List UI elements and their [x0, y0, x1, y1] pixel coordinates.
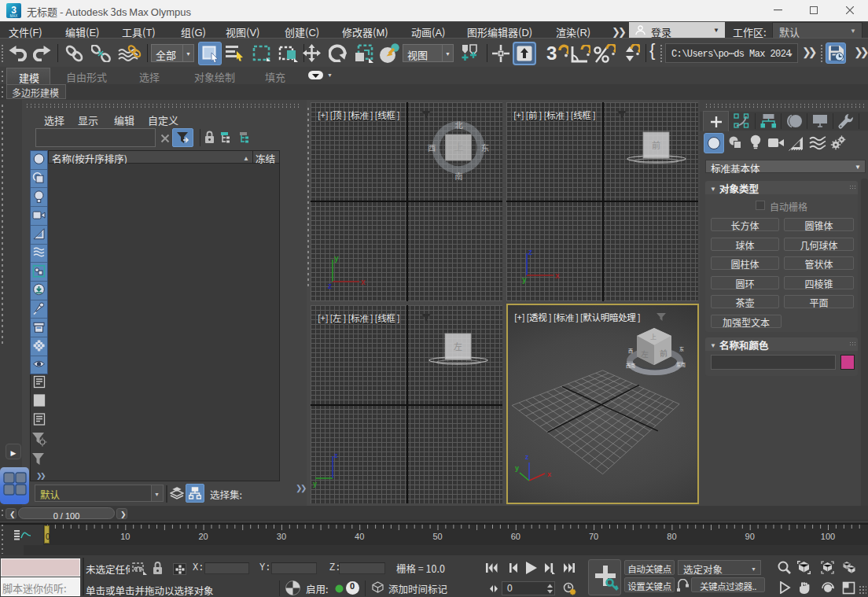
- svg-text:西南: 西南: [626, 362, 635, 369]
- svg-text:左: 左: [641, 348, 649, 360]
- svg-text:东: 东: [679, 345, 684, 352]
- svg-text:左: 左: [454, 340, 462, 352]
- svg-text:10: 10: [120, 532, 130, 541]
- svg-text:40: 40: [355, 532, 364, 541]
- svg-text:北: 北: [454, 119, 463, 131]
- svg-text:MAX: MAX: [10, 14, 18, 18]
- svg-text:50: 50: [432, 532, 442, 541]
- svg-text:x: x: [547, 469, 551, 479]
- svg-text:z: z: [328, 279, 332, 291]
- svg-text:z: z: [525, 451, 529, 462]
- svg-text:上: 上: [650, 332, 657, 341]
- svg-text:上: 上: [454, 140, 463, 153]
- svg-text:前: 前: [652, 138, 660, 151]
- svg-text:西: 西: [628, 347, 633, 354]
- svg-text:东南: 东南: [676, 361, 686, 368]
- svg-text:东: 东: [481, 142, 490, 153]
- svg-text:80: 80: [667, 532, 676, 541]
- svg-text:z: z: [528, 245, 532, 257]
- svg-text:90: 90: [745, 532, 755, 541]
- svg-text:x: x: [361, 275, 366, 287]
- svg-text:100: 100: [821, 532, 835, 541]
- svg-text:3: 3: [546, 43, 557, 64]
- svg-text:20: 20: [198, 532, 208, 541]
- svg-text:z: z: [334, 450, 338, 460]
- svg-text:70: 70: [589, 532, 598, 541]
- svg-text:西: 西: [428, 142, 436, 153]
- svg-text:南: 南: [454, 170, 463, 182]
- svg-text:前: 前: [659, 347, 668, 359]
- svg-text:30: 30: [277, 532, 286, 541]
- svg-text:x: x: [555, 269, 560, 281]
- svg-text:y: y: [522, 273, 527, 285]
- svg-text:y: y: [334, 252, 339, 263]
- svg-text:60: 60: [511, 532, 520, 541]
- svg-text:y: y: [313, 478, 317, 488]
- svg-text:y: y: [515, 462, 519, 473]
